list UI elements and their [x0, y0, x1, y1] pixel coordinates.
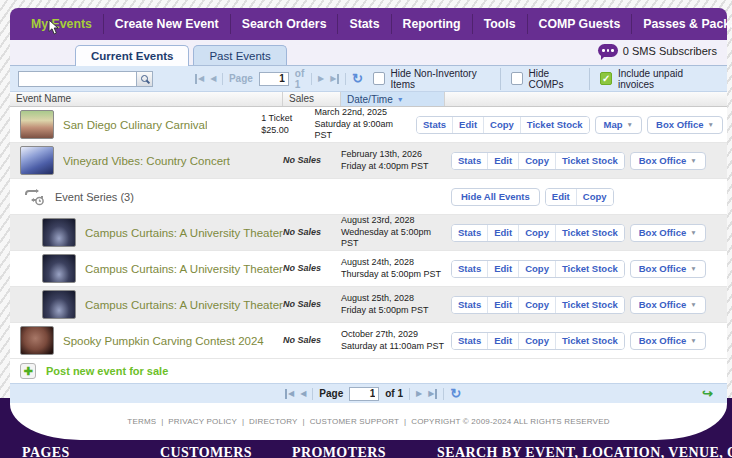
customer-support-link[interactable]: CUSTOMER SUPPORT	[310, 417, 412, 426]
refresh-icon[interactable]: ↻	[352, 71, 363, 86]
prev-page-icon[interactable]: ◀	[210, 74, 216, 84]
nav-my-events[interactable]: My Events	[20, 14, 103, 34]
event-link[interactable]: Campus Curtains: A University Theater Pr…	[85, 227, 283, 239]
page-input[interactable]	[349, 387, 379, 401]
edit-button[interactable]: Edit	[452, 117, 483, 133]
add-event-icon[interactable]: ✚	[20, 363, 36, 379]
ticket-stock-button[interactable]: Ticket Stock	[555, 261, 624, 277]
event-thumbnail[interactable]	[20, 146, 54, 175]
terms-bar: TERMS PRIVACY POLICY DIRECTORY CUSTOMER …	[10, 403, 727, 440]
stats-button[interactable]: Stats	[452, 261, 487, 277]
ticket-stock-button[interactable]: Ticket Stock	[555, 225, 624, 241]
hide-all-events-button[interactable]: Hide All Events	[451, 188, 540, 206]
edit-button[interactable]: Edit	[487, 153, 518, 169]
box-office-dropdown-button[interactable]: Box Office▼	[630, 260, 706, 278]
ticket-stock-button[interactable]: Ticket Stock	[520, 117, 589, 133]
event-thumbnail[interactable]	[20, 110, 54, 139]
stats-button[interactable]: Stats	[417, 117, 452, 133]
sms-subscribers[interactable]: 0 SMS Subscribers	[598, 44, 717, 57]
ticket-stock-button[interactable]: Ticket Stock	[555, 333, 624, 349]
edit-button[interactable]: Edit	[487, 333, 518, 349]
copy-button[interactable]: Copy	[483, 117, 520, 133]
column-date-time[interactable]: Date/Time ▼	[341, 92, 445, 106]
edit-button[interactable]: Edit	[487, 225, 518, 241]
event-link[interactable]: San Diego Culinary Carnival	[63, 119, 207, 131]
copy-button[interactable]: Copy	[518, 297, 555, 313]
copy-button[interactable]: Copy	[576, 189, 613, 205]
nav-comp-guests[interactable]: COMP Guests	[527, 14, 632, 34]
nav-tools[interactable]: Tools	[472, 14, 527, 34]
mouse-cursor-icon	[47, 19, 59, 36]
ticket-stock-button[interactable]: Ticket Stock	[555, 297, 624, 313]
nav-passes-packages[interactable]: Passes & Packages	[631, 14, 732, 34]
footer-col-pages[interactable]: PAGES	[22, 445, 70, 458]
ticket-stock-button[interactable]: Ticket Stock	[555, 153, 624, 169]
include-unpaid-checkbox[interactable]: ✓	[600, 72, 612, 85]
post-new-event-link[interactable]: Post new event for sale	[46, 365, 168, 377]
next-page-icon[interactable]: ▶	[416, 389, 422, 399]
first-page-icon[interactable]: ◀	[195, 74, 204, 84]
first-page-icon[interactable]: ◀	[285, 389, 294, 399]
copy-button[interactable]: Copy	[518, 153, 555, 169]
actions-cell: Stats Edit Copy Ticket Stock Box Office▼	[445, 224, 727, 242]
nav-search-orders[interactable]: Search Orders	[230, 14, 338, 34]
hide-comps-checkbox[interactable]	[511, 72, 523, 85]
event-link[interactable]: Campus Curtains: A University Theater Pr…	[85, 263, 283, 275]
stats-button[interactable]: Stats	[452, 333, 487, 349]
footer-col-promoters[interactable]: PROMOTERS	[292, 445, 386, 458]
top-pagination: ◀ ◀ Page of 1 ▶ ▶ ↻	[195, 68, 363, 90]
box-office-dropdown-button[interactable]: Box Office▼	[630, 332, 706, 350]
hide-comps-label: Hide COMPs	[529, 68, 580, 90]
table-row: Spooky Pumpkin Carving Contest 2024 No S…	[10, 323, 727, 359]
chevron-down-icon: ▼	[690, 265, 696, 272]
box-office-dropdown-button[interactable]: Box Office▼	[630, 152, 706, 170]
next-page-icon[interactable]: ▶	[318, 74, 324, 84]
stats-button[interactable]: Stats	[452, 297, 487, 313]
nav-stats[interactable]: Stats	[337, 14, 390, 34]
table-row: Campus Curtains: A University Theater Pr…	[10, 251, 727, 287]
map-dropdown-button[interactable]: Map▼	[595, 116, 642, 134]
chevron-down-icon: ▼	[708, 121, 714, 128]
search-input[interactable]	[18, 71, 136, 87]
nav-create-new-event[interactable]: Create New Event	[103, 14, 230, 34]
directory-link[interactable]: DIRECTORY	[249, 417, 310, 426]
box-office-dropdown-button[interactable]: Box Office▼	[630, 296, 706, 314]
column-event-name[interactable]: Event Name	[10, 92, 283, 106]
event-thumbnail[interactable]	[20, 326, 54, 355]
event-link[interactable]: Spooky Pumpkin Carving Contest 2024	[63, 335, 264, 347]
last-page-icon[interactable]: ▶	[428, 389, 437, 399]
tab-past-events[interactable]: Past Events	[193, 45, 286, 65]
series-label: Event Series (3)	[55, 191, 134, 203]
sms-subscribers-label: 0 SMS Subscribers	[623, 45, 717, 57]
stats-button[interactable]: Stats	[452, 153, 487, 169]
tab-current-events[interactable]: Current Events	[75, 45, 189, 66]
edit-button[interactable]: Edit	[487, 297, 518, 313]
search-button[interactable]	[136, 71, 153, 87]
terms-link[interactable]: TERMS	[127, 417, 168, 426]
stats-button[interactable]: Stats	[452, 225, 487, 241]
event-link[interactable]: Campus Curtains: A University Theater Pr…	[85, 299, 283, 311]
event-thumbnail[interactable]	[42, 290, 76, 319]
copy-button[interactable]: Copy	[518, 333, 555, 349]
copy-button[interactable]: Copy	[518, 225, 555, 241]
refresh-icon[interactable]: ↻	[450, 386, 461, 401]
edit-button[interactable]: Edit	[487, 261, 518, 277]
last-page-icon[interactable]: ▶	[330, 74, 339, 84]
box-office-dropdown-button[interactable]: Box Office▼	[647, 116, 723, 134]
actions-cell: Hide All Events Edit Copy	[445, 188, 727, 206]
nav-reporting[interactable]: Reporting	[391, 14, 472, 34]
privacy-policy-link[interactable]: PRIVACY POLICY	[168, 417, 249, 426]
page-input[interactable]	[259, 72, 289, 86]
table-header: Event Name Sales Date/Time ▼	[10, 92, 727, 107]
return-arrow-icon[interactable]: ↩	[702, 386, 713, 401]
event-link[interactable]: Vineyard Vibes: Country Concert	[63, 155, 230, 167]
column-sales[interactable]: Sales	[283, 92, 341, 106]
event-thumbnail[interactable]	[42, 218, 76, 247]
hide-non-inventory-checkbox[interactable]	[373, 72, 385, 85]
event-thumbnail[interactable]	[42, 254, 76, 283]
footer-col-customers[interactable]: CUSTOMERS	[160, 445, 252, 458]
edit-button[interactable]: Edit	[546, 189, 576, 205]
prev-page-icon[interactable]: ◀	[300, 389, 306, 399]
copy-button[interactable]: Copy	[518, 261, 555, 277]
box-office-dropdown-button[interactable]: Box Office▼	[630, 224, 706, 242]
